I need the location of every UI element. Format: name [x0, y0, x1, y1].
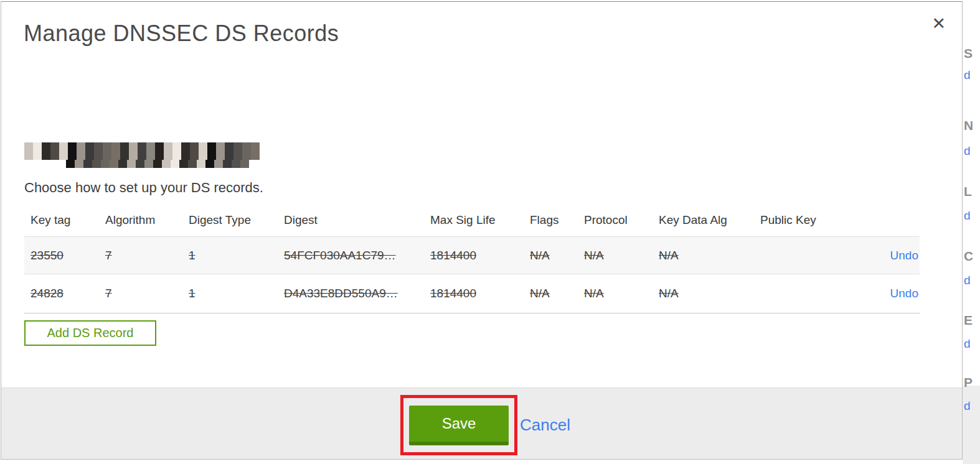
redacted-domain-line2: [66, 160, 249, 168]
add-ds-record-button[interactable]: Add DS Record: [24, 320, 156, 346]
background-text-fragment: S: [964, 46, 973, 61]
background-link-fragment: d: [964, 274, 973, 287]
ds-records-table: Key tagAlgorithmDigest TypeDigestMax Sig…: [24, 204, 920, 313]
table-header-row: Key tagAlgorithmDigest TypeDigestMax Sig…: [24, 204, 920, 236]
table-cell: N/A: [578, 249, 653, 262]
table-cell: 7: [99, 287, 182, 300]
modal-footer: Save Cancel: [1, 387, 962, 459]
table-cell: 1: [182, 287, 278, 300]
table-cell: 24828: [24, 287, 99, 300]
annotation-red-box: Save: [400, 395, 517, 455]
table-cell: N/A: [524, 249, 578, 262]
column-header: Algorithm: [99, 213, 182, 227]
table-cell: 1: [182, 249, 278, 262]
background-text-fragment: C: [964, 249, 973, 264]
cancel-link[interactable]: Cancel: [520, 415, 570, 435]
background-text-fragment: N: [964, 118, 973, 133]
background-text-fragment: P: [964, 375, 973, 390]
close-icon[interactable]: ✕: [931, 16, 946, 32]
table-cell: N/A: [524, 287, 578, 300]
column-header: Public Key: [754, 213, 847, 227]
column-header: Max Sig Life: [424, 213, 524, 227]
redacted-domain: [24, 142, 260, 160]
background-page-strip: SNLCEPdddddd: [963, 0, 980, 464]
column-header: Key Data Alg: [653, 213, 754, 227]
subtitle: Choose how to set up your DS records.: [24, 180, 263, 196]
dnssec-modal: ✕ Manage DNSSEC DS Records Choose how to…: [1, 1, 963, 460]
table-cell: 23550: [24, 249, 99, 262]
background-link-fragment: d: [964, 209, 973, 223]
table-cell: N/A: [578, 287, 653, 300]
background-link-fragment: d: [964, 68, 973, 82]
background-page-footer: [963, 386, 980, 464]
table-cell: D4A33E8DD550A9…: [278, 287, 424, 300]
column-header: Key tag: [24, 213, 99, 227]
page-title: Manage DNSSEC DS Records: [24, 21, 339, 47]
table-row: 235507154FCF030AA1C79…1814400N/AN/AN/AUn…: [24, 236, 920, 274]
table-cell: N/A: [653, 249, 754, 262]
table-cell: 7: [99, 249, 182, 262]
background-link-fragment: d: [964, 337, 973, 351]
table-cell: 1814400: [424, 287, 524, 300]
undo-link[interactable]: Undo: [847, 287, 920, 300]
table-cell: 1814400: [424, 249, 524, 262]
column-header: Protocol: [578, 213, 653, 227]
table-cell: N/A: [653, 287, 754, 300]
background-link-fragment: d: [964, 399, 973, 413]
background-link-fragment: d: [964, 144, 973, 158]
column-header: Flags: [524, 213, 578, 227]
column-header: Digest Type: [182, 213, 278, 227]
table-row: 2482871D4A33E8DD550A9…1814400N/AN/AN/AUn…: [24, 274, 920, 313]
save-button[interactable]: Save: [409, 406, 509, 445]
background-text-fragment: L: [964, 184, 973, 199]
column-header: Digest: [278, 213, 424, 227]
table-cell: 54FCF030AA1C79…: [278, 249, 424, 262]
undo-link[interactable]: Undo: [847, 249, 920, 262]
background-text-fragment: E: [964, 313, 973, 328]
